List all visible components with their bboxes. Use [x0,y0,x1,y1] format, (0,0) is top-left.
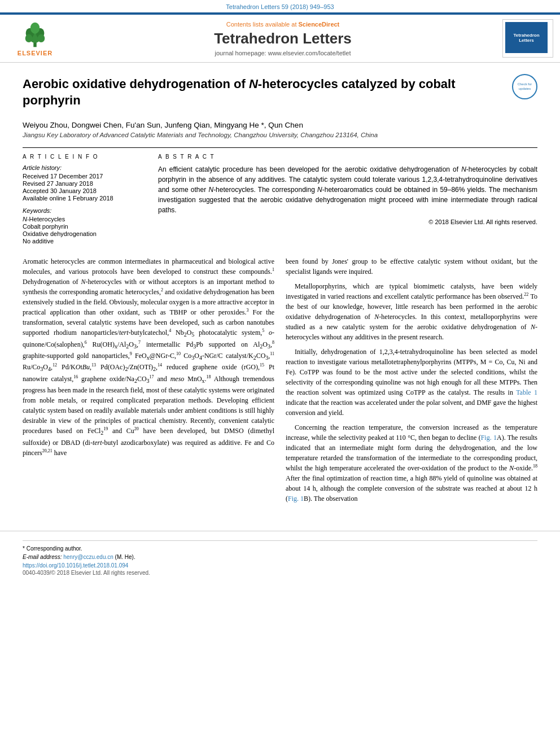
footer-section: * Corresponding author. E-mail address: … [0,531,560,576]
body-para-3: Metalloporphyrins, which are typical bio… [286,281,537,342]
affiliation-line: Jiangsu Key Laboratory of Advanced Catal… [23,132,537,138]
table1-link[interactable]: Table 1 [516,388,537,396]
keywords-section: Keywords: N-Heterocycles Cobalt porphyri… [23,207,147,244]
svg-point-5 [25,34,33,43]
received-date: Received 17 December 2017 [23,173,147,180]
journal-logo-right: TetrahedronLetters [502,19,553,58]
article-info-heading: A R T I C L E I N F O [23,154,147,160]
body-para-2: been found by Jones' group to be effecti… [286,256,537,277]
email-link[interactable]: henry@cczu.edu.cn [63,554,113,560]
article-abstract-panel: A B S T R A C T An efficient catalytic p… [158,154,537,245]
keywords-label: Keywords: [23,207,147,214]
tet-letters-logo: TetrahedronLetters [502,19,553,58]
sciencedirect-name: ScienceDirect [299,21,340,28]
journal-volume-info: Tetrahedron Letters 59 (2018) 949–953 [226,3,334,10]
check-badge-line2: updates [519,87,531,91]
body-para-4: Initially, dehydrogenation of 1,2,3,4-te… [286,347,537,418]
corresponding-author-note: * Corresponding author. [23,545,537,552]
keyword-4: No additive [23,238,147,244]
sciencedirect-link: Contents lists available at ScienceDirec… [63,21,502,28]
doi-text: https://doi.org/10.1016/j.tetlet.2018.01… [23,562,128,569]
copyright-notice: © 2018 Elsevier Ltd. All rights reserved… [158,219,537,225]
authors-line: Weiyou Zhou, Dongwei Chen, Fu'an Sun, Ju… [23,121,537,129]
keyword-2: Cobalt porphyrin [23,223,147,230]
journal-title: Tetrahedron Letters [63,30,502,47]
doi-link[interactable]: https://doi.org/10.1016/j.tetlet.2018.01… [23,562,537,569]
footer-divider [23,540,537,541]
body-column-right: been found by Jones' group to be effecti… [286,256,537,508]
history-label: Article history: [23,164,147,171]
article-content: Check for updates Aerobic oxidative dehy… [0,63,560,519]
available-date: Available online 1 February 2018 [23,195,147,202]
issn-copyright: 0040-4039/© 2018 Elsevier Ltd. All right… [23,570,537,576]
abstract-text: An efficient catalytic procedure has bee… [158,164,537,215]
check-badge-line1: Check for [518,82,532,86]
title-area: Check for updates Aerobic oxidative dehy… [23,72,537,115]
accepted-date: Accepted 30 January 2018 [23,187,147,194]
body-text-section: Aromatic heterocycles are common interme… [23,256,537,508]
revised-date: Revised 27 January 2018 [23,180,147,187]
article-info-panel: A R T I C L E I N F O Article history: R… [23,154,147,245]
elsevier-logo: ELSEVIER [18,20,53,56]
svg-point-6 [38,34,45,43]
keyword-3: Oxidative dehydrogenation [23,230,147,237]
body-para-5: Concerning the reaction temperature, the… [286,422,537,504]
check-badge-circle: Check for updates [512,74,537,99]
contents-available-text: Contents lists available at [226,21,299,28]
journal-reference-top: Tetrahedron Letters 59 (2018) 949–953 [0,0,560,12]
keyword-1: N-Heterocycles [23,216,147,222]
body-para-1: Aromatic heterocycles are common interme… [23,256,274,457]
elsevier-label: ELSEVIER [18,50,53,56]
check-for-updates-badge: Check for updates [512,74,537,99]
tet-logo-image: TetrahedronLetters [505,22,548,53]
svg-point-4 [30,23,40,34]
journal-center-info: Contents lists available at ScienceDirec… [63,21,502,56]
elsevier-tree-icon [18,20,52,49]
elsevier-logo-area: ELSEVIER [7,20,63,56]
asterisk-marker: * [261,121,264,129]
abstract-heading: A B S T R A C T [158,154,537,160]
fig1a-link[interactable]: Fig. 1 [481,434,497,442]
info-abstract-section: A R T I C L E I N F O Article history: R… [23,147,537,245]
fig1b-link[interactable]: Fig. 1 [288,495,304,503]
email-address: E-mail address: henry@cczu.edu.cn (M. He… [23,554,537,560]
body-column-left: Aromatic heterocycles are common interme… [23,256,274,508]
journal-header-bar: ELSEVIER Contents lists available at Sci… [0,14,560,63]
article-title: Aerobic oxidative dehydrogenation of N-h… [23,76,485,108]
journal-homepage: journal homepage: www.elsevier.com/locat… [63,50,502,56]
tet-logo-text: TetrahedronLetters [513,33,539,43]
